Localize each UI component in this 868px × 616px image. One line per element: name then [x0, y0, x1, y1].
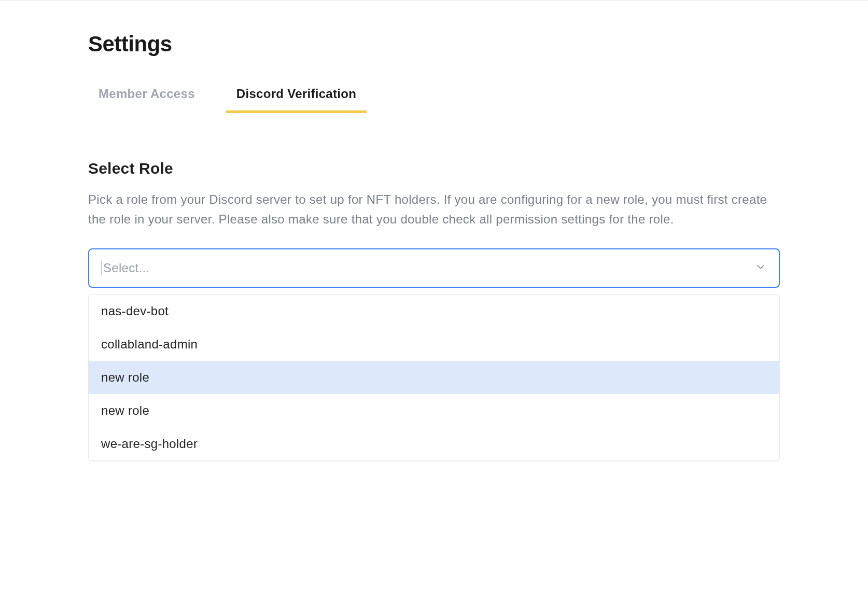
- chevron-down-icon[interactable]: [755, 261, 766, 275]
- section-description: Pick a role from your Discord server to …: [88, 190, 780, 230]
- page-title: Settings: [88, 32, 780, 57]
- tabs: Member Access Discord Verification: [88, 82, 780, 113]
- select-placeholder: Select...: [103, 261, 149, 275]
- dropdown-option[interactable]: we-are-sg-holder: [89, 427, 779, 460]
- role-select[interactable]: Select...: [88, 248, 780, 288]
- dropdown-option[interactable]: new role: [89, 394, 779, 427]
- section-title: Select Role: [88, 160, 780, 177]
- dropdown-option[interactable]: collabland-admin: [89, 328, 779, 361]
- tab-discord-verification[interactable]: Discord Verification: [226, 82, 367, 113]
- settings-page: Settings Member Access Discord Verificat…: [0, 1, 868, 492]
- role-dropdown: nas-dev-bot collabland-admin new role ne…: [88, 294, 780, 461]
- dropdown-option[interactable]: new role: [89, 361, 779, 394]
- select-placeholder-wrap: Select...: [102, 261, 149, 275]
- text-cursor: [102, 261, 102, 275]
- dropdown-option[interactable]: nas-dev-bot: [89, 295, 779, 328]
- tab-member-access[interactable]: Member Access: [88, 82, 205, 113]
